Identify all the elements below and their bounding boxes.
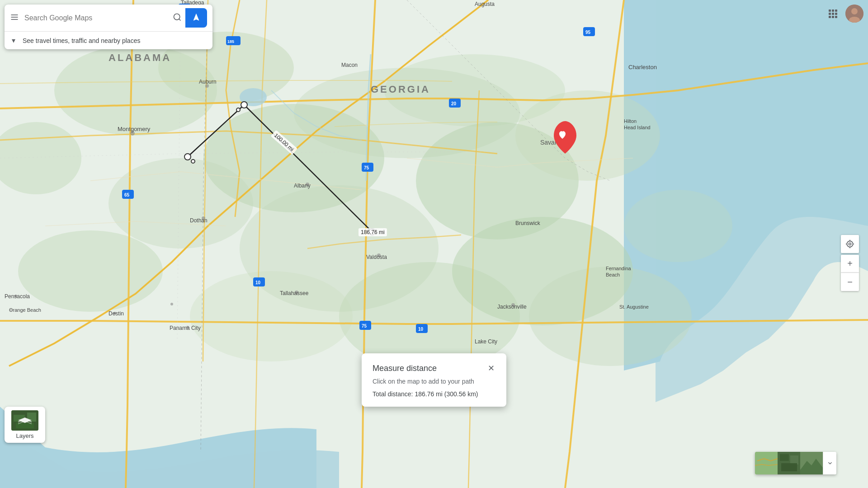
travel-times-label: See travel times, traffic and nearby pla… [23, 37, 140, 44]
location-button[interactable] [841, 235, 859, 253]
user-avatar[interactable] [845, 5, 863, 23]
directions-button[interactable] [185, 8, 207, 28]
svg-point-77 [191, 160, 195, 163]
measure-total-distance: Total distance: 186.76 mi (300.56 km) [373, 390, 495, 398]
svg-point-82 [174, 14, 180, 19]
map-background: ALABAMA GEORGIA Montgomery Auburn Tallad… [0, 0, 868, 488]
svg-rect-86 [829, 13, 831, 15]
svg-rect-84 [832, 9, 834, 12]
svg-point-93 [851, 8, 858, 14]
svg-text:65: 65 [124, 192, 130, 197]
svg-rect-87 [832, 13, 834, 15]
svg-rect-83 [829, 9, 831, 12]
svg-text:Orange Beach: Orange Beach [9, 307, 41, 313]
map-type-expand-button[interactable] [823, 452, 836, 474]
layers-label: Layers [16, 432, 33, 439]
svg-text:Pensacola: Pensacola [5, 293, 30, 300]
svg-text:Macon: Macon [341, 62, 358, 68]
svg-text:20: 20 [451, 101, 457, 106]
svg-point-10 [515, 90, 660, 181]
terrain-map-type-button[interactable] [800, 452, 823, 474]
svg-rect-106 [781, 463, 797, 471]
measure-distance-title: Measure distance [373, 364, 437, 373]
svg-text:10: 10 [255, 280, 261, 285]
svg-text:Valdosta: Valdosta [366, 254, 387, 260]
google-apps-icon[interactable] [825, 5, 841, 22]
svg-text:Destin: Destin [108, 310, 124, 317]
svg-text:Auburn: Auburn [199, 79, 217, 85]
chevron-down-icon: ▾ [12, 36, 15, 45]
svg-rect-85 [835, 9, 837, 12]
satellite-map-type-button[interactable] [778, 452, 800, 474]
svg-text:185: 185 [227, 39, 234, 44]
svg-text:Dothan: Dothan [190, 217, 208, 224]
svg-text:Brunswick: Brunswick [515, 220, 541, 226]
svg-text:Jacksonville: Jacksonville [497, 304, 527, 310]
svg-point-13 [18, 230, 163, 312]
svg-text:Panama City: Panama City [170, 325, 201, 331]
default-map-type-button[interactable] [755, 452, 778, 474]
svg-point-74 [241, 102, 247, 108]
search-input[interactable] [24, 14, 169, 22]
svg-point-75 [236, 108, 240, 112]
zoom-out-button[interactable]: − [841, 273, 859, 291]
svg-text:Montgomery: Montgomery [118, 126, 151, 132]
svg-rect-104 [780, 454, 789, 461]
svg-point-25 [170, 303, 173, 305]
svg-text:Lake City: Lake City [475, 338, 497, 345]
zoom-in-button[interactable]: + [841, 255, 859, 273]
zoom-controls: + − [841, 235, 859, 291]
svg-text:Augusta: Augusta [475, 1, 495, 7]
svg-text:St. Augustine: St. Augustine [619, 304, 649, 310]
svg-point-96 [847, 241, 853, 247]
svg-rect-89 [829, 16, 831, 18]
svg-point-95 [849, 243, 851, 245]
menu-icon[interactable] [10, 13, 19, 23]
svg-text:GEORGIA: GEORGIA [371, 84, 430, 95]
svg-rect-91 [835, 16, 837, 18]
svg-rect-90 [832, 16, 834, 18]
layers-thumbnail [11, 410, 38, 431]
travel-times-row[interactable]: ▾ See travel times, traffic and nearby p… [5, 32, 212, 49]
svg-text:Charleston: Charleston [628, 64, 657, 70]
svg-text:75: 75 [364, 165, 369, 170]
svg-point-76 [184, 154, 191, 160]
layers-button[interactable]: Layers [5, 407, 45, 443]
svg-rect-102 [755, 452, 778, 474]
svg-text:95: 95 [585, 30, 591, 35]
measure-close-button[interactable]: ✕ [487, 362, 495, 374]
measure-distance-popup: Measure distance ✕ Click on the map to a… [362, 353, 506, 407]
search-button[interactable] [173, 13, 182, 23]
measure-instruction: Click on the map to add to your path [373, 378, 495, 385]
svg-rect-88 [835, 13, 837, 15]
svg-point-16 [624, 190, 732, 262]
top-right-controls [825, 5, 863, 23]
map-container[interactable]: ALABAMA GEORGIA Montgomery Auburn Tallad… [0, 0, 868, 488]
svg-point-78 [369, 229, 375, 235]
svg-text:75: 75 [362, 324, 367, 328]
svg-text:Tallahassee: Tallahassee [280, 290, 309, 296]
svg-text:ALABAMA: ALABAMA [108, 52, 171, 63]
svg-text:Albany: Albany [294, 183, 311, 189]
svg-point-12 [190, 271, 353, 361]
search-bar: ▾ See travel times, traffic and nearby p… [5, 5, 212, 49]
map-type-selector [755, 452, 836, 474]
svg-point-14 [529, 267, 692, 366]
svg-text:10: 10 [418, 327, 424, 332]
